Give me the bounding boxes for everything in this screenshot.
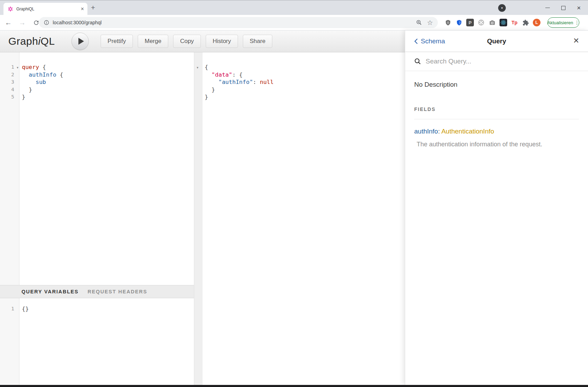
tab-title: GraphiQL (16, 7, 81, 11)
share-button[interactable]: Share (243, 35, 272, 48)
forward-icon: → (18, 19, 26, 27)
camera-extension-icon[interactable] (488, 19, 496, 26)
page-info-icon[interactable] (44, 20, 49, 25)
tab-query-variables[interactable]: QUERY VARIABLES (22, 289, 79, 294)
tab-close-icon[interactable] (81, 6, 84, 12)
maximize-icon (561, 6, 565, 10)
variables-section-bar: QUERY VARIABLES REQUEST HEADERS (0, 285, 194, 298)
doc-field-separator: : (438, 128, 440, 135)
close-button[interactable] (571, 0, 587, 15)
graphiql-logo: GraphiQL (8, 35, 55, 47)
browser-window: GraphiQL ← → localhost:3000/graphql (0, 0, 588, 387)
variables-editor[interactable]: 1 {} (0, 298, 194, 385)
result-pane: { "data": { "authInfo": null }} (194, 52, 405, 385)
graphiql-topbar: GraphiQL Prettify Merge Copy History Sha… (0, 31, 405, 52)
browser-update-icon[interactable] (498, 4, 506, 12)
browser-tab-graphiql[interactable]: GraphiQL (3, 3, 87, 15)
play-icon (78, 38, 84, 45)
address-bar[interactable]: localhost:3000/graphql (39, 17, 438, 28)
aktualisieren-label: Aktualisieren (547, 20, 573, 25)
taskbar-edge (0, 385, 588, 387)
doc-field-type-link[interactable]: AuthenticationInfo (441, 128, 494, 135)
merge-button[interactable]: Merge (138, 35, 168, 48)
maximize-button[interactable] (555, 0, 571, 15)
copy-button[interactable]: Copy (173, 35, 201, 48)
minimize-icon (545, 8, 550, 8)
result-fold-gutter (194, 52, 203, 385)
react-devtools-extension-icon[interactable] (500, 19, 507, 26)
p-extension-icon[interactable]: P (466, 19, 474, 26)
profile-avatar[interactable]: L (533, 19, 540, 26)
kebab-menu-icon[interactable] (574, 20, 579, 25)
doc-search-input[interactable] (426, 58, 579, 65)
variables-editor-code[interactable]: {} (19, 298, 194, 385)
history-button[interactable]: History (206, 35, 238, 48)
tab-request-headers[interactable]: REQUEST HEADERS (88, 289, 147, 294)
zoom-page-icon[interactable] (416, 19, 422, 26)
doc-title: Query (405, 37, 588, 45)
doc-no-description: No Description (414, 81, 579, 88)
execute-query-button[interactable] (71, 33, 89, 50)
back-icon[interactable]: ← (4, 19, 12, 27)
doc-explorer-panel: Schema Query No Description FIELDS authI… (405, 31, 588, 385)
browser-toolbar: ← → localhost:3000/graphql P (0, 15, 588, 31)
doc-field-description: The authentication information of the re… (417, 141, 579, 148)
doc-fields-header: FIELDS (414, 106, 579, 119)
search-icon (414, 58, 421, 65)
doc-field-name-link[interactable]: authInfo (414, 128, 438, 135)
bitwarden-extension-icon[interactable] (455, 19, 463, 26)
extensions-puzzle-icon[interactable] (522, 19, 529, 26)
extensions-row: P Tp L (444, 15, 540, 30)
close-icon (577, 5, 581, 11)
prettify-button[interactable]: Prettify (101, 35, 133, 48)
tampermonkey-extension-icon[interactable]: Tp (511, 19, 518, 26)
query-pane: 12345 query { authInfo { sub }} QUERY VA… (0, 52, 194, 385)
query-editor-gutter: 12345 (0, 52, 19, 285)
doc-close-icon[interactable] (573, 35, 579, 46)
doc-explorer-header: Schema Query (405, 31, 588, 52)
doc-search-bar[interactable] (405, 52, 588, 71)
ublock-extension-icon[interactable] (444, 19, 452, 26)
query-editor[interactable]: 12345 query { authInfo { sub }} (0, 52, 194, 285)
window-controls (540, 0, 587, 15)
graphql-favicon-icon (8, 6, 13, 12)
tab-strip: GraphiQL (0, 0, 588, 15)
crosshair-extension-icon[interactable] (477, 19, 485, 26)
query-editor-code[interactable]: query { authInfo { sub }} (19, 52, 194, 285)
new-tab-button[interactable] (91, 3, 95, 12)
result-viewer-code: { "data": { "authInfo": null }} (203, 52, 405, 385)
bookmark-star-icon[interactable] (427, 19, 433, 27)
aktualisieren-button[interactable]: Aktualisieren (547, 17, 579, 28)
minimize-button[interactable] (540, 0, 555, 15)
variables-editor-gutter: 1 (0, 298, 19, 385)
url-text[interactable]: localhost:3000/graphql (53, 20, 416, 25)
doc-field-authinfo: authInfo: AuthenticationInfo (414, 128, 579, 135)
